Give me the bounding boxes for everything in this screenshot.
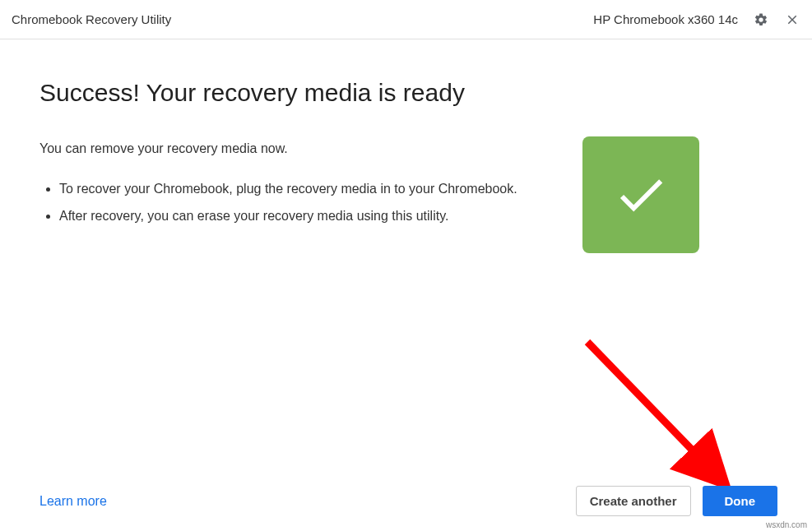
device-name: HP Chromebook x360 14c — [593, 12, 738, 26]
app-title: Chromebook Recovery Utility — [12, 12, 171, 26]
list-item: After recovery, you can erase your recov… — [59, 206, 550, 227]
header-right-group: HP Chromebook x360 14c — [593, 12, 800, 28]
close-icon[interactable] — [784, 12, 800, 28]
done-button[interactable]: Done — [703, 486, 778, 516]
annotation-arrow-icon — [581, 335, 745, 500]
create-another-button[interactable]: Create another — [576, 486, 691, 516]
main-content: Success! Your recovery media is ready Yo… — [0, 39, 812, 253]
header-bar: Chromebook Recovery Utility HP Chromeboo… — [0, 0, 812, 39]
instruction-list: To recover your Chromebook, plug the rec… — [39, 179, 550, 227]
page-title: Success! Your recovery media is ready — [39, 79, 550, 107]
watermark-text: wsxdn.com — [766, 520, 807, 529]
footer-bar: Learn more Create another Done — [39, 486, 777, 516]
list-item: To recover your Chromebook, plug the rec… — [59, 179, 550, 200]
learn-more-link[interactable]: Learn more — [39, 494, 107, 509]
intro-text: You can remove your recovery media now. — [39, 141, 550, 156]
svg-line-1 — [587, 342, 717, 475]
success-checkmark-icon — [582, 136, 699, 253]
footer-button-group: Create another Done — [576, 486, 777, 516]
text-column: Success! Your recovery media is ready Yo… — [39, 79, 550, 253]
gear-icon[interactable] — [753, 12, 769, 28]
